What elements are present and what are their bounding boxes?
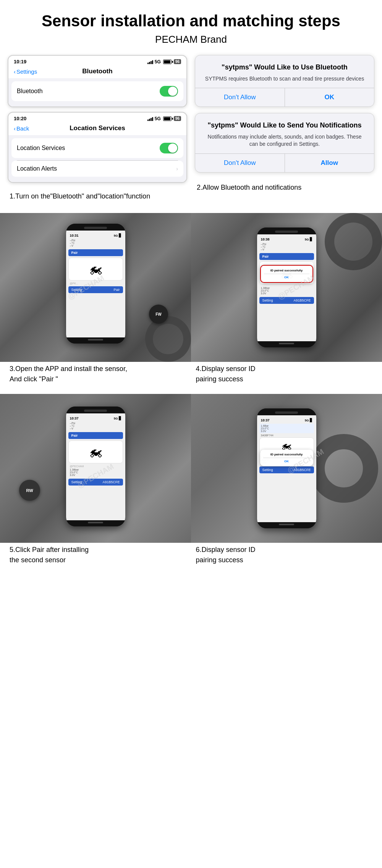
back-btn-1[interactable]: ‹ Settings [14, 68, 37, 75]
caption-6-line1: 6.Display sensor ID [196, 546, 256, 553]
page-title: Sensor installation and matching steps [8, 11, 374, 31]
photo-cell-4: 10:38 5G▊ --Psi--°C--V Pair 🏍 [191, 213, 382, 362]
caption-4-line2: pairing success [196, 375, 243, 383]
chevron-left-icon-1: ‹ [14, 68, 16, 75]
photo-cell-5: 10:37 5G▊ --Psi--°C--V Pair 🏍 @PECHAM [0, 394, 191, 543]
time-1: 10:19 [14, 59, 26, 65]
back-label-1: Settings [16, 68, 37, 75]
photo-6-bg: 10:37 5G▊ 1.6Bar23.0°C3.0V 3A0BF744 🏍 ID [191, 394, 382, 543]
status-right-2: 5G 96 [147, 116, 181, 121]
caption-2-text: 2.Allow Bluetooth and notifications [197, 184, 301, 191]
photo-3-bg: 10:31 5G ▊ --Psi --°C --V Pair [0, 213, 191, 362]
battery-icon-1 [163, 60, 172, 64]
nav-title-2: Location Services [70, 124, 125, 132]
settings-container-2: Location Services Location Alerts › [8, 135, 186, 182]
bluetooth-dont-allow-button[interactable]: Don't Allow [195, 88, 285, 106]
notif-allow-button[interactable]: Allow [285, 154, 374, 172]
dialog1-buttons: Don't Allow OK [195, 88, 374, 106]
caption-5-line1: 5.Click Pair after installing [10, 546, 89, 553]
time-2: 10:20 [14, 116, 26, 121]
bluetooth-toggle[interactable] [160, 86, 178, 97]
chevron-right-icon: › [176, 166, 178, 172]
iphone-bluetooth: 10:19 5G 96 ‹ Settings [8, 55, 187, 107]
photo-5-bg: 10:37 5G▊ --Psi--°C--V Pair 🏍 @PECHAM [0, 394, 191, 543]
bluetooth-label: Bluetooth [17, 88, 43, 95]
back-btn-2[interactable]: ‹ Back [14, 125, 29, 132]
dialog1-message: SYTPMS requires Bluetooth to scan and re… [203, 75, 366, 83]
caption-5-line2: the second sensor [10, 556, 66, 564]
caption-2: 2.Allow Bluetooth and notifications [195, 179, 374, 200]
page-header: Sensor installation and matching steps P… [0, 0, 382, 51]
caption-1-text: 1.Turn on the"Bluetooth" and"location"fu… [10, 192, 150, 200]
chevron-left-icon-2: ‹ [14, 125, 16, 132]
section3-photos: 10:37 5G▊ --Psi--°C--V Pair 🏍 @PECHAM [0, 394, 382, 543]
status-bar-2: 10:20 5G 96 [8, 113, 186, 123]
dialog2-content: "sytpms" Would Like to Send You Notifica… [195, 113, 374, 153]
notifications-dialog: "sytpms" Would Like to Send You Notifica… [195, 113, 374, 173]
caption-3-line1: 3.Open the APP and install the sensor, [10, 365, 127, 373]
bluetooth-toggle-row: Bluetooth [11, 81, 183, 101]
photo-cell-3: 10:31 5G ▊ --Psi --°C --V Pair [0, 213, 191, 362]
dialog2-buttons: Don't Allow Allow [195, 153, 374, 172]
iphone-nav-1: ‹ Settings Bluetooth [8, 66, 186, 78]
section2-captions: 3.Open the APP and install the sensor, A… [0, 362, 382, 394]
location-services-label: Location Services [17, 145, 65, 152]
notif-dont-allow-button[interactable]: Don't Allow [195, 154, 285, 172]
section3-captions: 5.Click Pair after installing the second… [0, 543, 382, 575]
nav-title-1: Bluetooth [82, 68, 112, 75]
caption-6: 6.Display sensor ID pairing success [188, 543, 375, 567]
settings-container-1: Bluetooth [8, 78, 186, 106]
back-label-2: Back [16, 125, 29, 132]
photo-4-bg: 10:38 5G▊ --Psi--°C--V Pair 🏍 [191, 213, 382, 362]
iphone-nav-2: ‹ Back Location Services [8, 123, 186, 135]
caption-4-line1: 4.Display sensor ID [196, 365, 256, 373]
caption-3: 3.Open the APP and install the sensor, A… [8, 362, 188, 386]
signal-icon-1 [147, 60, 153, 64]
photo-cell-6: 10:37 5G▊ 1.6Bar23.0°C3.0V 3A0BF744 🏍 ID [191, 394, 382, 543]
network-type-2: 5G [155, 116, 161, 121]
signal-icon-2 [147, 116, 153, 121]
section2-photos: 10:31 5G ▊ --Psi --°C --V Pair [0, 213, 382, 362]
location-alerts-row: Location Alerts › [11, 161, 183, 177]
battery-pct-2: 96 [174, 116, 181, 121]
section1-right: "sytpms" Would Like to Use Bluetooth SYT… [195, 55, 374, 200]
status-bar-1: 10:19 5G 96 [8, 56, 186, 66]
caption-4: 4.Display sensor ID pairing success [188, 362, 375, 386]
caption-1: 1.Turn on the"Bluetooth" and"location"fu… [8, 187, 187, 209]
bluetooth-dialog: "sytpms" Would Like to Use Bluetooth SYT… [195, 55, 374, 107]
dialog2-title: "sytpms" Would Like to Send You Notifica… [203, 121, 366, 130]
dialog1-content: "sytpms" Would Like to Use Bluetooth SYT… [195, 55, 374, 88]
page-subtitle: PECHAM Brand [8, 34, 374, 45]
dialog2-message: Notifications may include alerts, sounds… [203, 133, 366, 148]
iphone-location: 10:20 5G 96 ‹ Back [8, 112, 187, 183]
bluetooth-ok-button[interactable]: OK [285, 88, 374, 106]
location-services-toggle[interactable] [160, 143, 178, 153]
dialog1-title: "sytpms" Would Like to Use Bluetooth [203, 63, 366, 72]
section1-row: 10:19 5G 96 ‹ Settings [0, 51, 382, 213]
location-alerts-label: Location Alerts [17, 165, 57, 172]
section1-left: 10:19 5G 96 ‹ Settings [8, 55, 187, 209]
network-type-1: 5G [155, 59, 161, 65]
battery-pct-1: 96 [174, 59, 181, 64]
location-services-row: Location Services [11, 138, 183, 158]
caption-3-line2: And click "Pair " [10, 375, 58, 383]
caption-6-line2: pairing success [196, 556, 243, 564]
status-right-1: 5G 96 [147, 59, 181, 65]
battery-icon-2 [163, 116, 172, 121]
caption-5: 5.Click Pair after installing the second… [8, 543, 188, 567]
